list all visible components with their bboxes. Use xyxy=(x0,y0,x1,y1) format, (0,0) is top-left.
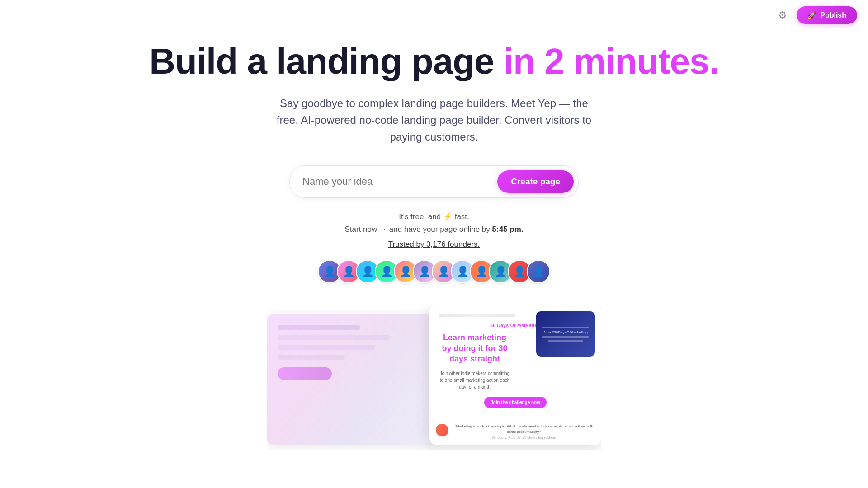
tagline-prefix: Start now → and have your page online by xyxy=(344,225,492,234)
tagline-line2: Start now → and have your page online by… xyxy=(344,223,523,236)
tagline-block: It's free, and ⚡ fast. Start now → and h… xyxy=(344,211,523,237)
tagline-time: 5:45 pm. xyxy=(492,225,524,234)
fg-card-description: Join other indie makers committing to on… xyxy=(439,370,511,390)
publish-button[interactable]: 🚀 Publish xyxy=(797,6,857,24)
create-page-button[interactable]: Create page xyxy=(497,170,574,193)
fg-image-bar xyxy=(542,327,589,328)
preview-bar xyxy=(278,355,345,360)
avatar-face: 👤 xyxy=(528,261,549,282)
preview-card-foreground: 30 Days Of Marketing Learn marketing by … xyxy=(429,305,601,445)
fg-review-avatar xyxy=(436,424,448,436)
fg-review-author: @notallb, Founder @lnteresting rockers xyxy=(453,436,595,440)
fg-image-box: Join #30DaysOfMarketing xyxy=(536,311,595,357)
fg-review-content: "Marketing is such a huge topic. What I … xyxy=(453,424,595,440)
preview-bar xyxy=(278,335,390,340)
avatars-row: 👤 👤 👤 👤 👤 👤 👤 👤 👤 👤 👤 xyxy=(318,260,550,283)
rocket-icon: 🚀 xyxy=(807,11,816,19)
hero-title: Build a landing page in 2 minutes. xyxy=(149,41,718,82)
fg-card-title: Learn marketing by doing it for 30 days … xyxy=(439,333,511,364)
preview-bg-inner xyxy=(267,314,439,391)
fg-image-bar xyxy=(542,336,589,338)
tagline-line1: It's free, and ⚡ fast. xyxy=(344,211,523,224)
top-bar: ⚙ 🚀 Publish xyxy=(763,0,868,30)
settings-button[interactable]: ⚙ xyxy=(774,7,791,24)
idea-input-row: Create page xyxy=(289,165,579,198)
hero-subtitle: Say goodbye to complex landing page buil… xyxy=(271,95,597,145)
idea-input[interactable] xyxy=(302,176,497,188)
preview-section: 30 Days Of Marketing Learn marketing by … xyxy=(267,305,601,450)
trusted-link[interactable]: Trusted by 3,176 founders. xyxy=(388,240,480,249)
preview-bar xyxy=(278,345,375,350)
preview-cta-block xyxy=(278,367,332,380)
gear-icon: ⚙ xyxy=(778,9,787,21)
fg-review-section: "Marketing is such a huge topic. What I … xyxy=(436,424,595,440)
fg-image-bar xyxy=(548,340,583,342)
fg-image-text: Join #30DaysOfMarketing xyxy=(543,330,588,334)
avatar: 👤 xyxy=(527,260,550,283)
fg-card-cta-button[interactable]: Join the challenge now xyxy=(484,397,547,408)
preview-bar xyxy=(278,325,360,330)
fg-header-bar xyxy=(439,314,515,317)
fg-review-text: "Marketing is such a huge topic. What I … xyxy=(453,424,595,435)
hero-title-highlight: in 2 minutes. xyxy=(504,41,719,81)
main-content: Build a landing page in 2 minutes. Say g… xyxy=(0,0,868,450)
preview-card-background xyxy=(267,314,439,445)
hero-title-part1: Build a landing page xyxy=(149,41,504,81)
publish-label: Publish xyxy=(820,11,846,19)
